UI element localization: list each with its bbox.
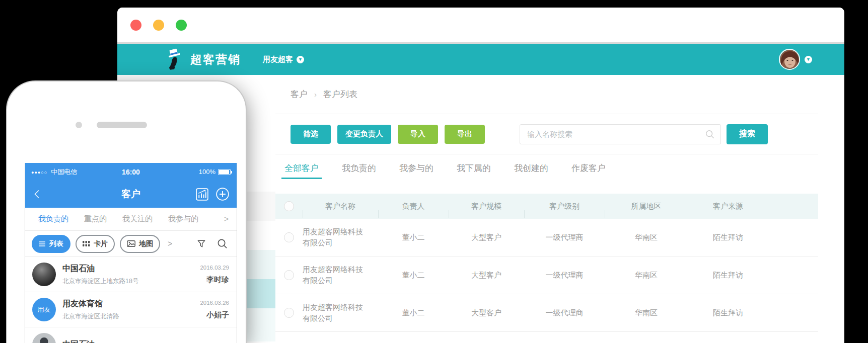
phone-speaker xyxy=(97,122,147,128)
breadcrumb-parent[interactable]: 客户 xyxy=(291,89,308,100)
filter-button[interactable]: 筛选 xyxy=(291,125,331,144)
add-icon[interactable] xyxy=(215,187,230,201)
import-button[interactable]: 导入 xyxy=(398,125,438,144)
customer-tabs: 全部客户 我负责的 我参与的 我下属的 我创建的 作废客户 xyxy=(275,154,818,182)
phone-tab-followed[interactable]: 我关注的 xyxy=(122,214,153,224)
customer-date: 2016.03.26 xyxy=(200,300,229,306)
filter-funnel-icon[interactable] xyxy=(196,239,206,249)
view-list-label: 列表 xyxy=(49,239,63,248)
phone-status-bar: ●●●○○ 中国电信 16:00 100% xyxy=(25,163,237,181)
view-card-pill[interactable]: 卡片 xyxy=(76,235,115,253)
list-item[interactable]: 中国石油 2016.03.29 xyxy=(25,327,237,343)
cell-customer-name: 用友超客网络科技有限公司 xyxy=(303,302,370,324)
list-icon xyxy=(39,241,46,247)
col-level: 客户级别 xyxy=(524,202,605,211)
phone-camera xyxy=(76,122,82,128)
phone-tab-my-responsible[interactable]: 我负责的 xyxy=(38,214,68,224)
table-row[interactable]: 用友超客网络科技有限公司 董小二 大型客户 一级代理商 华南区 陌生拜访 xyxy=(275,294,818,332)
row-checkbox[interactable] xyxy=(284,232,294,242)
app-header: 超客营销 用友超客 ▼ ▼ xyxy=(117,44,844,75)
workspace-name: 用友超客 xyxy=(263,55,293,64)
phone-tab-important[interactable]: 重点的 xyxy=(84,214,107,224)
customer-name: 中国石油 xyxy=(62,264,200,274)
select-all-checkbox[interactable] xyxy=(284,201,294,211)
export-button[interactable]: 导出 xyxy=(445,125,485,144)
customer-owner: 李时珍 xyxy=(200,275,229,285)
cell-source: 陌生拜访 xyxy=(688,308,768,318)
cell-customer-name: 用友超客网络科技有限公司 xyxy=(303,264,370,286)
close-window-button[interactable] xyxy=(130,20,141,31)
battery-icon xyxy=(218,169,231,175)
search-icon xyxy=(705,129,715,139)
search-button[interactable]: 搜索 xyxy=(727,124,768,144)
screenshot-stage: 超客营销 用友超客 ▼ ▼ xyxy=(0,0,868,343)
col-region: 所属地区 xyxy=(605,202,688,211)
phone-customer-list: 中国石油 北京市海淀区上地东路18号 2016.03.29 李时珍 用友 用友体… xyxy=(25,257,237,343)
table-row[interactable]: 用友超客网络科技有限公司 董小二 大型客户 一级代理商 华南区 陌生拜访 xyxy=(275,219,818,256)
col-owner: 负责人 xyxy=(378,202,449,211)
cell-region: 华南区 xyxy=(605,308,688,318)
status-time: 16:00 xyxy=(107,168,155,176)
tab-my-created[interactable]: 我创建的 xyxy=(514,154,548,182)
search-input[interactable] xyxy=(520,124,721,144)
cell-customer-name: 用友超客网络科技有限公司 xyxy=(303,226,370,248)
breadcrumb-current: 客户列表 xyxy=(323,89,357,100)
cell-region: 华南区 xyxy=(605,271,688,280)
row-checkbox[interactable] xyxy=(284,270,294,280)
zoom-window-button[interactable] xyxy=(176,20,187,31)
toolbar: 筛选 变更负责人 导入 导出 搜索 xyxy=(275,114,818,154)
customer-name: 中国石油 xyxy=(62,339,200,343)
user-avatar[interactable] xyxy=(779,49,800,70)
person-silhouette-icon xyxy=(32,333,56,343)
customer-address: 北京市海淀区北清路 xyxy=(62,312,200,321)
minimize-window-button[interactable] xyxy=(153,20,164,31)
tab-my-participated[interactable]: 我参与的 xyxy=(399,154,433,182)
phone-view-switcher: 列表 卡片 xyxy=(25,231,237,257)
cell-level: 一级代理商 xyxy=(524,233,605,242)
phone-mockup: ●●●○○ 中国电信 16:00 100% 客户 xyxy=(6,80,247,343)
views-more-chevron-right-icon[interactable]: > xyxy=(168,239,172,248)
browser-titlebar xyxy=(117,8,844,44)
user-menu-chevron-down-icon[interactable]: ▼ xyxy=(805,56,812,63)
main-content: 客户 › 客户列表 筛选 变更负责人 导入 导出 xyxy=(275,75,844,341)
chart-icon[interactable] xyxy=(195,188,209,201)
col-customer-name: 客户名称 xyxy=(303,202,378,211)
tab-my-responsible[interactable]: 我负责的 xyxy=(342,154,376,182)
list-item[interactable]: 中国石油 北京市海淀区上地东路18号 2016.03.29 李时珍 xyxy=(25,257,237,292)
tab-my-subordinates[interactable]: 我下属的 xyxy=(457,154,491,182)
workspace-switcher[interactable]: 用友超客 ▼ xyxy=(263,55,304,64)
tab-all-customers[interactable]: 全部客户 xyxy=(284,154,319,182)
card-grid-icon xyxy=(83,241,90,246)
view-map-label: 地图 xyxy=(139,239,153,248)
cell-owner: 董小二 xyxy=(378,233,449,242)
carrier-label: 中国电信 xyxy=(51,167,77,177)
cell-level: 一级代理商 xyxy=(524,271,605,280)
breadcrumb-separator-icon: › xyxy=(314,90,317,99)
battery-percent: 100% xyxy=(199,168,215,176)
table-row[interactable]: 用友超客网络科技有限公司 董小二 大型客户 一级代理商 华南区 陌生拜访 xyxy=(275,256,818,294)
cell-level: 一级代理商 xyxy=(524,308,605,318)
view-map-pill[interactable]: 地图 xyxy=(120,235,160,253)
phone-nav-bar: 客户 xyxy=(25,181,237,208)
row-checkbox[interactable] xyxy=(284,308,294,318)
tab-voided[interactable]: 作废客户 xyxy=(571,154,606,182)
phone-tab-participated[interactable]: 我参与的 xyxy=(168,214,198,224)
tabs-more-chevron-right-icon[interactable]: > xyxy=(224,215,229,224)
view-list-pill[interactable]: 列表 xyxy=(32,235,70,253)
map-icon xyxy=(127,240,135,247)
app-logo-icon xyxy=(165,48,184,70)
phone-screen: ●●●○○ 中国电信 16:00 100% 客户 xyxy=(25,163,237,343)
customer-owner: 小娟子 xyxy=(200,310,229,320)
list-item[interactable]: 用友 用友体育馆 北京市海淀区北清路 2016.03.26 小娟子 xyxy=(25,292,237,327)
cell-scale: 大型客户 xyxy=(449,308,524,318)
change-owner-button[interactable]: 变更负责人 xyxy=(337,125,391,144)
customer-avatar xyxy=(32,263,56,286)
cell-source: 陌生拜访 xyxy=(688,233,768,242)
cell-region: 华南区 xyxy=(605,233,688,242)
table-header: 客户名称 负责人 客户规模 客户级别 所属地区 客户来源 xyxy=(275,194,818,219)
col-source: 客户来源 xyxy=(688,202,768,211)
phone-search-icon[interactable] xyxy=(217,238,228,249)
customer-name: 用友体育馆 xyxy=(62,299,200,309)
view-card-label: 卡片 xyxy=(94,239,108,248)
cell-scale: 大型客户 xyxy=(449,233,524,242)
